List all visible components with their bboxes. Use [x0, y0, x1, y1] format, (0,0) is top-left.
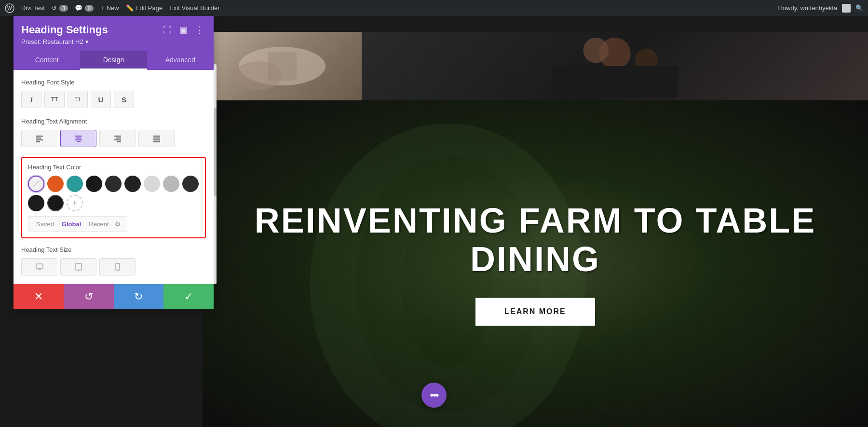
- color-tab-global[interactable]: Global: [58, 219, 85, 229]
- site-name-link[interactable]: Divi Test: [21, 4, 45, 12]
- admin-bar-right: Howdy, writtenbyekta 🔍: [778, 4, 863, 13]
- dark3-swatch[interactable]: [124, 176, 141, 192]
- color-settings-gear-icon[interactable]: ⚙: [113, 219, 123, 229]
- floating-menu-button[interactable]: •••: [421, 383, 447, 408]
- color-tab-recent[interactable]: Recent: [85, 219, 112, 229]
- mobile-icon: [115, 263, 120, 271]
- fullscreen-button[interactable]: ⛶: [161, 24, 174, 36]
- tab-advanced[interactable]: Advanced: [147, 51, 214, 70]
- align-center-btn[interactable]: [60, 130, 96, 147]
- settings-panel: Heading Settings Preset: Restaurant H2 ▾…: [14, 16, 214, 309]
- svg-rect-4: [268, 52, 297, 81]
- save-icon: ✓: [184, 290, 193, 303]
- avatar: [842, 4, 851, 13]
- svg-rect-13: [36, 138, 41, 138]
- action-bar: ✕ ↺ ↻ ✓: [14, 284, 214, 309]
- cancel-button[interactable]: ✕: [14, 284, 64, 309]
- redo-button[interactable]: ↻: [114, 284, 164, 309]
- edit-page-label: Edit Page: [136, 4, 163, 12]
- wp-logo-link[interactable]: W: [5, 3, 14, 13]
- search-icon[interactable]: 🔍: [855, 4, 863, 12]
- align-justify-icon: [152, 134, 161, 143]
- panel-header: Heading Settings Preset: Restaurant H2 ▾…: [14, 16, 214, 51]
- panel-tabs: Content Design Advanced: [14, 51, 214, 70]
- capitalize-btn[interactable]: Tt: [68, 91, 88, 108]
- color-swatches: +: [28, 176, 199, 211]
- panel-scrollbar[interactable]: [214, 64, 217, 284]
- svg-rect-29: [36, 264, 43, 269]
- new-label: New: [107, 4, 119, 12]
- align-left-btn[interactable]: [21, 130, 57, 147]
- orange-swatch[interactable]: [47, 176, 64, 192]
- black1-swatch[interactable]: [28, 195, 44, 211]
- svg-rect-17: [76, 138, 81, 138]
- size-mobile[interactable]: [99, 258, 136, 275]
- svg-rect-24: [153, 136, 160, 137]
- svg-rect-26: [153, 139, 160, 140]
- size-tablet[interactable]: [60, 258, 96, 275]
- svg-rect-18: [75, 139, 82, 140]
- color-tab-saved[interactable]: Saved: [32, 219, 58, 229]
- admin-bar-left: W Divi Test ↺ 3 💬 0 + New ✏️ Edit Page E…: [5, 3, 220, 13]
- strikethrough-btn[interactable]: S: [114, 91, 134, 108]
- dark1-swatch[interactable]: [86, 176, 102, 192]
- size-desktop[interactable]: [21, 258, 57, 275]
- size-row: [21, 258, 206, 275]
- howdy-text: Howdy, writtenbyekta: [778, 4, 837, 12]
- edit-page-link[interactable]: ✏️ Edit Page: [126, 4, 163, 12]
- text-size-section: Heading Text Size: [21, 246, 206, 275]
- align-right-btn[interactable]: [99, 130, 136, 147]
- near-black-swatch[interactable]: [182, 176, 199, 192]
- top-image-left: [203, 32, 362, 100]
- no-color-swatch[interactable]: [28, 176, 44, 192]
- site-name: Divi Test: [21, 4, 45, 12]
- svg-rect-23: [117, 141, 121, 142]
- align-justify-btn[interactable]: [138, 130, 175, 147]
- top-image-left-graphic: [229, 42, 335, 90]
- italic-btn[interactable]: I: [21, 91, 41, 108]
- more-options-button[interactable]: ⋮: [193, 24, 206, 36]
- exit-vb-link[interactable]: Exit Visual Builder: [169, 4, 220, 12]
- comments-link[interactable]: 💬 0: [75, 4, 94, 12]
- color-tabs-row: Saved Global Recent ⚙: [28, 216, 127, 232]
- svg-rect-8: [552, 66, 678, 98]
- redo-icon: ↻: [134, 290, 143, 303]
- hero-section: Reinventing Farm To Table Dining Learn M…: [203, 100, 868, 427]
- dark2-swatch[interactable]: [105, 176, 122, 192]
- underline-btn[interactable]: U: [91, 91, 111, 108]
- panel-header-icons: ⛶ ▣ ⋮: [161, 24, 206, 36]
- revisions-icon: ↺: [52, 4, 57, 12]
- svg-rect-12: [36, 136, 43, 137]
- uppercase-btn[interactable]: TT: [44, 91, 65, 108]
- split-view-button[interactable]: ▣: [177, 24, 190, 36]
- light-gray-swatch[interactable]: [144, 176, 160, 192]
- panel-body: Heading Font Style I TT Tt U S Heading T…: [14, 70, 214, 284]
- svg-rect-27: [153, 141, 160, 142]
- top-image-right-graphic: [362, 32, 868, 100]
- tab-content[interactable]: Content: [14, 51, 80, 70]
- add-color-button[interactable]: +: [67, 195, 83, 211]
- floating-menu-icon: •••: [430, 389, 438, 401]
- font-style-label: Heading Font Style: [21, 79, 206, 86]
- revisions-link[interactable]: ↺ 3: [52, 4, 68, 12]
- black2-swatch[interactable]: [47, 195, 64, 211]
- undo-button[interactable]: ↺: [64, 284, 114, 309]
- learn-more-button[interactable]: Learn More: [475, 298, 595, 326]
- svg-point-7: [583, 38, 609, 63]
- panel-scrollbar-thumb: [214, 108, 217, 196]
- hero-title: Reinventing Farm To Table Dining: [203, 202, 868, 278]
- comments-count: 0: [85, 5, 94, 12]
- exit-vb-label: Exit Visual Builder: [169, 4, 220, 12]
- no-color-icon: [32, 180, 40, 188]
- top-images: [203, 32, 868, 100]
- panel-title: Heading Settings: [21, 24, 161, 36]
- save-button[interactable]: ✓: [163, 284, 214, 309]
- new-link[interactable]: + New: [100, 4, 119, 12]
- svg-rect-14: [36, 139, 43, 140]
- tab-design[interactable]: Design: [80, 51, 147, 70]
- teal-swatch[interactable]: [67, 176, 83, 192]
- panel-preset[interactable]: Preset: Restaurant H2 ▾: [21, 38, 161, 45]
- mid-gray-swatch[interactable]: [163, 176, 179, 192]
- align-left-icon: [35, 134, 44, 143]
- cancel-icon: ✕: [34, 290, 43, 303]
